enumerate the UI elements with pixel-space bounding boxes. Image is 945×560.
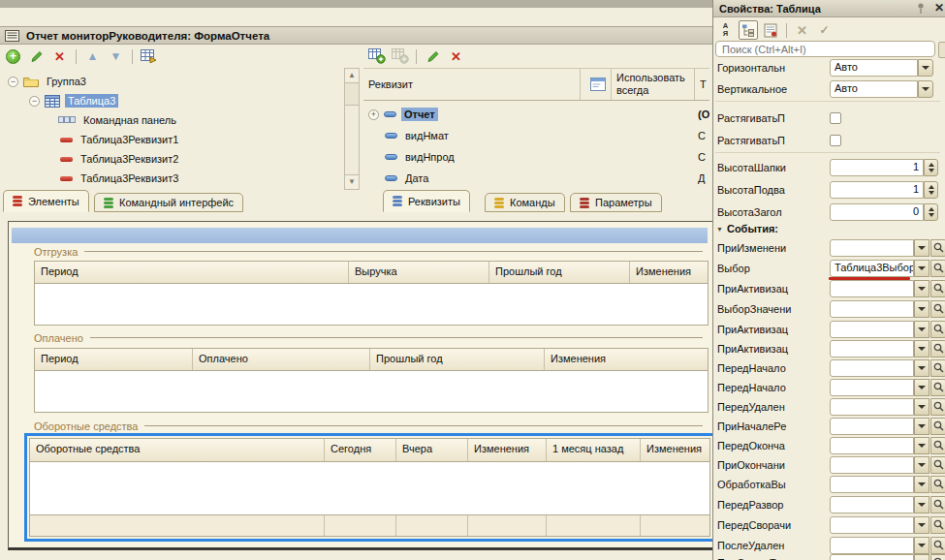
property-composition-button[interactable] <box>762 21 780 40</box>
tab-commands[interactable]: Команды <box>485 193 565 212</box>
magnifier-button[interactable] <box>930 516 945 534</box>
spinner[interactable] <box>924 159 938 176</box>
magnifier-button[interactable] <box>930 418 945 435</box>
dropdown-button[interactable] <box>914 260 929 277</box>
tab-attributes[interactable]: Реквизиты <box>383 190 470 212</box>
table-body[interactable] <box>35 371 708 412</box>
tree-item-field2[interactable]: Таблица3Реквизит2 <box>60 149 181 169</box>
dropdown-button[interactable] <box>914 554 929 560</box>
column-header-type[interactable]: Т <box>694 69 709 100</box>
dropdown-button[interactable] <box>914 516 929 534</box>
column-header[interactable]: Выручка <box>348 262 488 283</box>
move-up-button[interactable] <box>83 47 102 66</box>
tree-item-field3[interactable]: Таблица3Реквизит3 <box>60 169 181 188</box>
column-header[interactable]: Период <box>35 349 192 370</box>
delete-attribute-button[interactable] <box>447 47 465 66</box>
scroll-up-icon[interactable]: ▲ <box>345 69 359 83</box>
magnifier-button[interactable] <box>930 280 945 297</box>
column-header-form-icon[interactable] <box>580 69 611 100</box>
add-button[interactable] <box>4 47 22 66</box>
form-command-bar[interactable] <box>12 228 708 243</box>
event-value-field[interactable] <box>830 300 914 318</box>
magnifier-button[interactable] <box>930 239 945 257</box>
column-header-name[interactable]: Реквизит <box>363 69 580 100</box>
magnifier-button[interactable] <box>930 260 945 277</box>
delete-button[interactable] <box>50 47 69 66</box>
dropdown-button[interactable] <box>914 280 929 297</box>
magnifier-button[interactable] <box>930 456 945 474</box>
dropdown-button[interactable] <box>914 359 929 377</box>
column-header[interactable]: 1 месяц назад <box>546 439 640 461</box>
close-icon[interactable] <box>934 1 944 15</box>
dropdown-button[interactable] <box>914 300 929 318</box>
dropdown-button[interactable] <box>914 537 929 554</box>
add-column-button-disabled[interactable] <box>391 47 409 66</box>
column-header[interactable]: Изменения <box>640 439 711 461</box>
scroll-down-icon[interactable]: ▼ <box>345 174 359 189</box>
add-attribute-button[interactable] <box>367 47 386 66</box>
spinner[interactable] <box>924 181 938 199</box>
checkbox[interactable] <box>830 135 841 146</box>
search-options-icon[interactable] <box>938 42 945 58</box>
dropdown-button[interactable] <box>914 398 929 416</box>
event-value-field[interactable] <box>830 456 914 474</box>
pin-icon[interactable] <box>917 3 925 15</box>
collapse-icon[interactable] <box>8 77 18 87</box>
sort-alphabetical-button[interactable] <box>716 21 735 40</box>
magnifier-button[interactable] <box>930 359 945 377</box>
column-header[interactable]: Оборотные средства <box>30 439 324 461</box>
tree-item-field1[interactable]: Таблица3Реквизит1 <box>60 130 181 149</box>
event-value-field[interactable] <box>830 476 914 493</box>
number-field[interactable]: 0 <box>830 203 924 221</box>
column-header[interactable]: Изменения <box>544 349 709 370</box>
clear-value-button[interactable] <box>793 21 811 40</box>
column-header[interactable]: Период <box>35 262 348 283</box>
tree-item-group3[interactable]: Группа3 <box>8 72 89 91</box>
event-value-field[interactable] <box>830 379 914 396</box>
tab-parameters[interactable]: Параметры <box>570 193 662 212</box>
dropdown-button[interactable] <box>914 321 929 338</box>
event-value-field[interactable] <box>830 280 914 297</box>
event-value-field[interactable] <box>830 321 914 338</box>
spinner[interactable] <box>924 203 938 221</box>
properties-search-input[interactable] <box>715 41 935 57</box>
apply-value-button[interactable] <box>815 21 834 40</box>
event-value-field[interactable] <box>830 359 914 377</box>
value-field[interactable]: Авто <box>830 80 918 98</box>
event-value-field[interactable] <box>830 340 914 358</box>
dropdown-button[interactable] <box>914 456 929 474</box>
dropdown-button[interactable] <box>914 379 929 396</box>
event-value-field[interactable] <box>830 516 914 534</box>
column-header-use-always[interactable]: Использовать всегда <box>611 69 694 100</box>
magnifier-button[interactable] <box>930 340 945 358</box>
column-header[interactable]: Оплачено <box>192 349 369 370</box>
table-body[interactable] <box>35 284 708 325</box>
checkbox[interactable] <box>830 112 841 124</box>
event-value-field[interactable] <box>830 554 914 560</box>
expand-icon[interactable] <box>368 109 379 120</box>
dropdown-button[interactable] <box>918 59 933 77</box>
magnifier-button[interactable] <box>930 537 945 554</box>
tree-item-command-bar[interactable]: Командная панель <box>58 110 179 130</box>
table-settings-button[interactable] <box>140 47 158 66</box>
column-header[interactable]: Вчера <box>395 439 467 461</box>
categorized-view-button[interactable] <box>739 20 758 40</box>
tree-scrollbar[interactable]: ▲ ▼ <box>344 68 360 190</box>
column-header[interactable]: Прошлый год <box>369 349 544 370</box>
attribute-row-otchet[interactable]: Отчет (О <box>363 104 709 125</box>
magnifier-button[interactable] <box>930 554 945 560</box>
dropdown-button[interactable] <box>914 476 929 493</box>
edit-attribute-button[interactable] <box>424 47 442 66</box>
attribute-row[interactable]: видНпрод С <box>363 146 709 168</box>
value-field[interactable]: Авто <box>830 59 918 77</box>
event-value-field[interactable] <box>830 239 914 257</box>
column-header[interactable]: Прошлый год <box>488 262 629 283</box>
magnifier-button[interactable] <box>930 437 945 454</box>
magnifier-button[interactable] <box>930 398 945 416</box>
scroll-thumb[interactable] <box>345 83 359 106</box>
attribute-row[interactable]: видНмат С <box>363 125 709 146</box>
magnifier-button[interactable] <box>930 496 945 513</box>
dropdown-button[interactable] <box>914 340 929 358</box>
event-value-field[interactable] <box>830 398 914 416</box>
event-value-field[interactable]: Таблица3Выбор <box>830 260 914 277</box>
